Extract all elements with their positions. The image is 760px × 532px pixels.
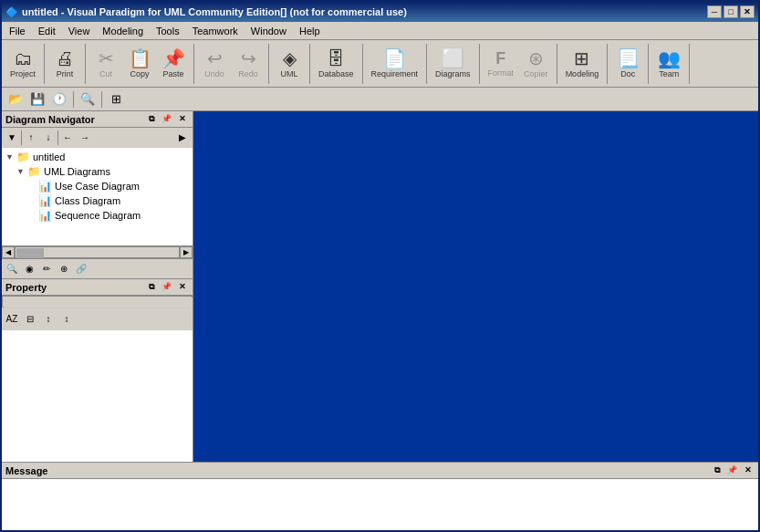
cut-label: Cut [99,69,112,78]
format-button[interactable]: F Format [484,44,519,84]
navigator-float-button[interactable]: ⧉ [146,112,157,126]
sort-btn3[interactable]: ↕ [40,311,57,328]
menu-tools[interactable]: Tools [151,24,185,38]
toolbar-group-undoredo: ↩ Undo ↪ Redo [198,44,269,84]
toolbar-group-project: 🗂 Project [5,44,45,84]
menu-edit[interactable]: Edit [33,24,61,38]
message-float-button[interactable]: ⧉ [712,464,723,477]
print-icon: 🖨 [56,49,74,68]
tree-item-sequence[interactable]: ▷ 📊 Sequence Diagram [4,208,191,223]
close-button[interactable]: ✕ [740,5,755,18]
navigator-pin-button[interactable]: 📌 [159,112,174,126]
tb2-grid-button[interactable]: ⊞ [106,90,126,109]
window-title: untitled - Visual Paradigm for UML Commu… [22,6,407,17]
database-icon: 🗄 [327,49,345,68]
tree-item-class[interactable]: ▷ 📊 Class Diagram [4,193,191,208]
scroll-thumb[interactable] [16,248,44,258]
uml-button[interactable]: ◈ UML [273,44,306,84]
paste-icon: 📌 [162,49,185,68]
paste-button[interactable]: 📌 Paste [157,44,190,84]
modeling-icon: ⊞ [574,49,589,68]
print-button[interactable]: 🖨 Print [48,44,81,84]
database-button[interactable]: 🗄 Database [314,44,359,84]
nav-bottom-toolbar: 🔍 ◉ ✏ ⊕ 🔗 [2,258,193,278]
nav-left-button[interactable]: ← [59,130,76,146]
nav-bt-btn5[interactable]: 🔗 [73,261,89,277]
doc-button[interactable]: 📃 Doc [611,44,644,84]
scroll-right-button[interactable]: ▶ [180,246,193,258]
project-button[interactable]: 🗂 Project [5,44,40,84]
property-scroll-track [2,296,193,308]
minimize-button[interactable]: ─ [707,5,722,18]
tb2-recent-button[interactable]: 🕐 [49,90,69,109]
nav-bt-btn2[interactable]: ◉ [21,261,37,277]
sort-alpha-button[interactable]: AZ [4,311,20,328]
menu-help[interactable]: Help [294,24,326,38]
diagrams-button[interactable]: ⬜ Diagrams [431,44,475,84]
scroll-left-button[interactable]: ◀ [2,246,15,258]
team-button[interactable]: 👥 Team [652,44,685,84]
copy-icon: 📋 [129,49,151,68]
tb2-separator1 [73,91,74,108]
nav-expand-button[interactable]: ▼ [4,130,20,146]
nav-bt-btn1[interactable]: 🔍 [4,261,20,277]
property-float-button[interactable]: ⧉ [146,280,157,294]
nav-right-button[interactable]: → [77,130,93,146]
tree-item-use-case[interactable]: ▷ 📊 Use Case Diagram [4,179,191,193]
modeling-button[interactable]: ⊞ Modeling [561,44,604,84]
message-header-controls: ⧉ 📌 ✕ [712,464,755,477]
diagrams-icon: ⬜ [442,49,464,68]
nav-bt-btn4[interactable]: ⊕ [56,261,72,277]
canvas-area[interactable] [193,111,758,462]
bottom-panel: Message ⧉ 📌 ✕ [2,462,758,530]
maximize-button[interactable]: □ [724,5,738,18]
menu-window[interactable]: Window [245,24,292,38]
nav-separator1 [21,130,22,145]
message-pin-button[interactable]: 📌 [724,464,740,477]
toolbar-group-database: 🗄 Database [314,44,363,84]
sort-group-button[interactable]: ⊟ [22,311,38,328]
cut-button[interactable]: ✂ Cut [89,44,122,84]
doc-icon: 📃 [617,49,640,68]
title-bar-controls: ─ □ ✕ [707,5,755,18]
nav-bt-btn3[interactable]: ✏ [38,261,55,277]
undo-button[interactable]: ↩ Undo [198,44,231,84]
navigator-close-button[interactable]: ✕ [176,112,189,126]
menu-teamwork[interactable]: Teamwork [187,24,244,38]
tb2-open-button[interactable]: 📂 [5,90,26,109]
tree-item-uml-diagrams[interactable]: ▼ 📁 UML Diagrams [4,164,191,179]
property-header-controls: ⧉ 📌 ✕ [146,280,189,294]
menu-view[interactable]: View [63,24,96,38]
copy-button[interactable]: 📋 Copy [123,44,156,84]
toolbar-group-uml: ◈ UML [273,44,310,84]
requirement-icon: 📄 [383,49,406,68]
toolbar: 🗂 Project 🖨 Print ✂ Cut 📋 Copy 📌 Paste [2,40,758,88]
message-close-button[interactable]: ✕ [742,464,755,477]
property-scroll [2,296,193,308]
redo-button[interactable]: ↪ Redo [232,44,265,84]
scroll-track [15,246,180,258]
project-label: Project [10,69,36,78]
sort-btn4[interactable]: ↕ [58,311,75,328]
menu-file[interactable]: File [4,24,31,38]
requirement-button[interactable]: 📄 Requirement [367,44,423,84]
nav-up-button[interactable]: ↑ [23,130,39,146]
toolbar-group-team: 👥 Team [652,44,690,84]
menu-modeling[interactable]: Modeling [97,24,149,38]
tb2-save-button[interactable]: 💾 [27,90,47,109]
nav-down-button[interactable]: ↓ [40,130,57,146]
tb2-zoom-in-button[interactable]: 🔍 [78,90,98,109]
diagrams-label: Diagrams [435,69,471,78]
property-close-button[interactable]: ✕ [176,280,189,294]
property-scroll-thumb[interactable] [4,297,193,308]
copier-button[interactable]: ⊛ Copier [519,44,553,84]
message-content [2,479,758,530]
property-pin-button[interactable]: 📌 [159,280,174,294]
title-bar: 🔷 untitled - Visual Paradigm for UML Com… [2,2,758,22]
redo-icon: ↪ [241,49,256,68]
team-icon: 👥 [658,49,681,68]
undo-label: Undo [204,69,224,78]
tree-item-untitled[interactable]: ▼ 📁 untitled [4,150,191,164]
copier-label: Copier [524,69,548,78]
nav-expand-right-button[interactable]: ▶ [174,130,191,146]
